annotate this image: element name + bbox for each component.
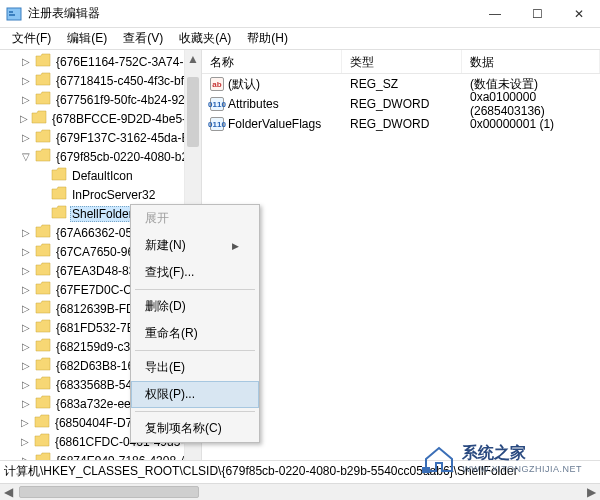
ctx-expand-label: 展开 (145, 210, 169, 227)
tree-item[interactable]: ▷{67718415-c450-4f3c-bf8a (0, 71, 201, 90)
menu-view[interactable]: 查看(V) (115, 28, 171, 49)
folder-icon (48, 205, 70, 222)
expand-icon[interactable]: ▷ (20, 227, 32, 239)
maximize-button[interactable]: ☐ (516, 0, 558, 28)
values-list-pane: 名称 类型 数据 ab(默认)REG_SZ(数值未设置)0110Attribut… (202, 50, 600, 480)
ctx-delete-label: 删除(D) (145, 298, 186, 315)
scroll-thumb[interactable] (187, 77, 199, 147)
tree-item[interactable]: ▷{677561f9-50fc-4b24-921c (0, 90, 201, 109)
tree-item[interactable]: InProcServer32 (0, 185, 201, 204)
value-type-cell: REG_DWORD (342, 115, 462, 133)
tree-item-label: {682D63B8-16 (54, 358, 136, 374)
hscroll-tray[interactable] (19, 486, 581, 498)
regedit-icon (6, 6, 22, 22)
horizontal-scrollbar[interactable]: ◀ ▶ (0, 483, 600, 500)
ctx-copy-label: 复制项名称(C) (145, 420, 222, 437)
expand-icon[interactable]: ▷ (20, 132, 32, 144)
expand-icon[interactable]: ▷ (20, 417, 31, 429)
tree-item[interactable]: ▷{678BFCCE-9D2D-4be5-B7 (0, 109, 201, 128)
content: ▷{676E1164-752C-3A74-8D▷{67718415-c450-4… (0, 50, 600, 480)
menubar: 文件(F) 编辑(E) 查看(V) 收藏夹(A) 帮助(H) (0, 28, 600, 50)
hscroll-thumb[interactable] (19, 486, 199, 498)
window-buttons: — ☐ ✕ (474, 0, 600, 28)
folder-icon (48, 186, 70, 203)
close-button[interactable]: ✕ (558, 0, 600, 28)
expand-icon[interactable]: ▷ (20, 341, 32, 353)
tree-item-label: {67CA7650-96 (54, 244, 136, 260)
ctx-export[interactable]: 导出(E) (131, 354, 259, 381)
ctx-delete[interactable]: 删除(D) (131, 293, 259, 320)
expand-spacer (36, 189, 48, 201)
tree-item-label: ShellFolder (70, 206, 135, 222)
menu-help[interactable]: 帮助(H) (239, 28, 296, 49)
svg-rect-1 (9, 11, 13, 13)
ctx-separator (135, 350, 255, 351)
tree-item-label: {678BFCCE-9D2D-4be5-B7 (50, 111, 202, 127)
tree-item[interactable]: DefaultIcon (0, 166, 201, 185)
folder-icon (32, 91, 54, 108)
menu-favorites[interactable]: 收藏夹(A) (171, 28, 239, 49)
column-data[interactable]: 数据 (462, 50, 600, 73)
scroll-right-arrow[interactable]: ▶ (583, 484, 600, 501)
scroll-up-arrow[interactable]: ▲ (185, 50, 201, 67)
tree-item[interactable]: ▷{676E1164-752C-3A74-8D (0, 52, 201, 71)
expand-icon[interactable]: ▷ (20, 360, 32, 372)
tree-item-label: {683a732e-ee (54, 396, 133, 412)
collapse-icon[interactable]: ▽ (20, 151, 32, 163)
string-value-icon: ab (210, 77, 224, 91)
expand-icon[interactable]: ▷ (20, 246, 32, 258)
tree-item-label: {676E1164-752C-3A74-8D (54, 54, 201, 70)
column-name[interactable]: 名称 (202, 50, 342, 73)
expand-icon[interactable]: ▷ (20, 265, 32, 277)
ctx-separator (135, 411, 255, 412)
expand-icon[interactable]: ▷ (20, 303, 32, 315)
folder-icon (32, 300, 54, 317)
folder-icon (32, 338, 54, 355)
svg-rect-3 (422, 467, 430, 473)
minimize-button[interactable]: — (474, 0, 516, 28)
expand-icon[interactable]: ▷ (20, 398, 32, 410)
folder-icon (32, 281, 54, 298)
expand-icon[interactable]: ▷ (20, 284, 32, 296)
tree-item-label: {67FE7D0C-C0 (54, 282, 141, 298)
folder-icon (48, 167, 70, 184)
tree-item-label: {6833568B-54 (54, 377, 134, 393)
tree-item-label: DefaultIcon (70, 168, 135, 184)
value-type-cell: REG_DWORD (342, 95, 462, 113)
expand-icon[interactable]: ▷ (20, 94, 32, 106)
folder-icon (32, 376, 54, 393)
folder-icon (31, 414, 53, 431)
ctx-permissions-label: 权限(P)... (145, 386, 195, 403)
ctx-rename[interactable]: 重命名(R) (131, 320, 259, 347)
binary-value-icon: 0110 (210, 117, 224, 131)
expand-icon[interactable]: ▷ (20, 436, 31, 448)
expand-icon[interactable]: ▷ (20, 75, 32, 87)
ctx-find[interactable]: 查找(F)... (131, 259, 259, 286)
titlebar: 注册表编辑器 — ☐ ✕ (0, 0, 600, 28)
folder-icon (28, 110, 50, 127)
tree-context-menu: 展开 新建(N)▶ 查找(F)... 删除(D) 重命名(R) 导出(E) 权限… (130, 204, 260, 443)
tree-item[interactable]: ▷{679F137C-3162-45da-BE (0, 128, 201, 147)
value-type-cell: REG_SZ (342, 75, 462, 93)
ctx-permissions[interactable]: 权限(P)... (131, 381, 259, 408)
expand-icon[interactable]: ▷ (20, 113, 28, 125)
folder-icon (32, 395, 54, 412)
folder-icon (32, 224, 54, 241)
values-list[interactable]: ab(默认)REG_SZ(数值未设置)0110AttributesREG_DWO… (202, 74, 600, 134)
expand-icon[interactable]: ▷ (20, 322, 32, 334)
column-type[interactable]: 类型 (342, 50, 462, 73)
value-name: (默认) (228, 76, 260, 93)
value-row[interactable]: 0110FolderValueFlagsREG_DWORD0x00000001 … (202, 114, 600, 134)
expand-icon[interactable]: ▷ (20, 379, 32, 391)
scroll-left-arrow[interactable]: ◀ (0, 484, 17, 501)
menu-edit[interactable]: 编辑(E) (59, 28, 115, 49)
ctx-new[interactable]: 新建(N)▶ (131, 232, 259, 259)
expand-icon[interactable]: ▷ (20, 56, 32, 68)
ctx-copy-key-name[interactable]: 复制项名称(C) (131, 415, 259, 442)
value-row[interactable]: 0110AttributesREG_DWORD0xa0100000 (26854… (202, 94, 600, 114)
submenu-arrow-icon: ▶ (232, 241, 239, 251)
menu-file[interactable]: 文件(F) (4, 28, 59, 49)
value-name-cell: 0110FolderValueFlags (202, 115, 342, 133)
tree-item[interactable]: ▽{679f85cb-0220-4080-b29 (0, 147, 201, 166)
tree-item-label: InProcServer32 (70, 187, 157, 203)
